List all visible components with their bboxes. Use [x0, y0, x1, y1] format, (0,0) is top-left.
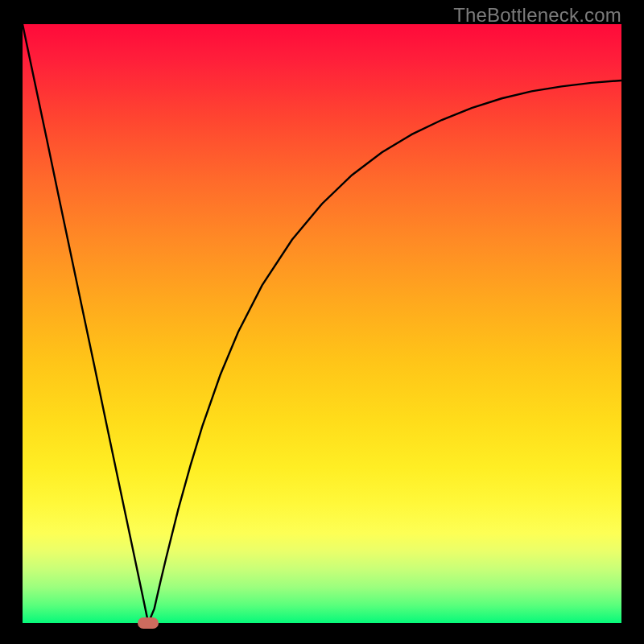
- optimal-point-marker: [138, 617, 159, 629]
- bottleneck-curve-path: [23, 24, 621, 623]
- watermark-text: TheBottleneck.com: [453, 4, 621, 27]
- bottleneck-curve-svg: [23, 24, 621, 623]
- chart-plot-area: [23, 24, 621, 623]
